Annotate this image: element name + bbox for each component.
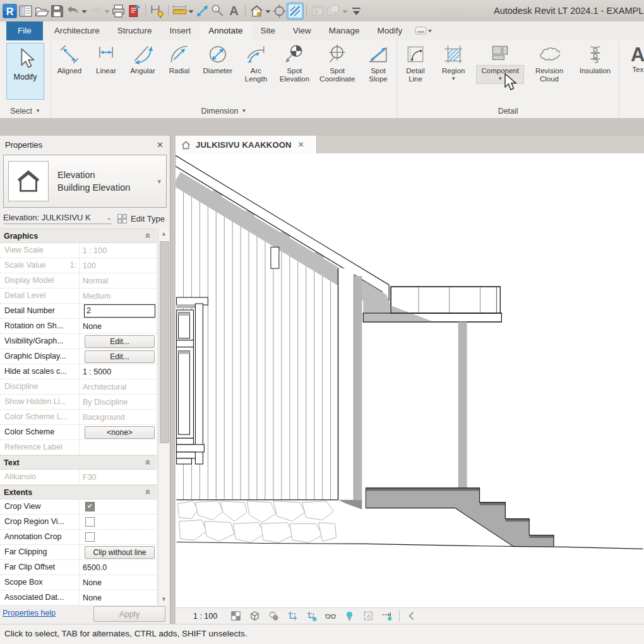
property-value[interactable]: 1 : 5000 bbox=[80, 364, 157, 379]
property-checkbox[interactable] bbox=[85, 517, 95, 527]
ribbon-button-insulation[interactable]: Insulation bbox=[572, 41, 618, 78]
property-value[interactable]: Edit... bbox=[80, 334, 157, 349]
home-icon[interactable] bbox=[249, 3, 265, 19]
ribbon-button-text[interactable]: ATex bbox=[620, 41, 644, 75]
measure-extents-icon[interactable] bbox=[379, 609, 395, 623]
select-panel-label[interactable]: Select▼ bbox=[0, 104, 51, 118]
property-checkbox[interactable]: ✔ bbox=[85, 502, 95, 511]
chevron-down-icon[interactable]: ▾ bbox=[157, 177, 161, 186]
measure-icon[interactable] bbox=[149, 3, 165, 19]
properties-help-link[interactable]: Properties help bbox=[3, 609, 56, 617]
porch-post[interactable] bbox=[458, 322, 467, 488]
property-value[interactable]: 1 : 100 bbox=[80, 243, 157, 258]
close-icon[interactable]: ✕ bbox=[157, 140, 164, 150]
visual-style-icon[interactable] bbox=[227, 609, 244, 623]
section-header-graphics[interactable]: Graphics bbox=[0, 229, 157, 243]
ribbon-button-linear[interactable]: Linear bbox=[88, 41, 124, 78]
tab-site[interactable]: Site bbox=[251, 21, 283, 40]
reveal-hidden-glasses-icon[interactable] bbox=[322, 609, 338, 623]
property-value[interactable]: 6500.0 bbox=[80, 560, 157, 575]
collapse-chevron-icon[interactable] bbox=[145, 458, 151, 467]
modify-button[interactable]: Modify bbox=[6, 43, 44, 100]
property-value[interactable] bbox=[80, 530, 157, 544]
dimension-panel-label[interactable]: Dimension▼ bbox=[51, 104, 397, 118]
property-value[interactable]: 100 bbox=[80, 258, 157, 273]
view-tab[interactable]: JULKISIVU KAAKKOON ✕ bbox=[176, 136, 317, 153]
window[interactable] bbox=[177, 297, 208, 464]
property-value[interactable]: Architectural bbox=[80, 379, 157, 394]
property-checkbox[interactable] bbox=[85, 532, 95, 542]
show-crop-region-icon[interactable] bbox=[303, 609, 319, 623]
close-view-icon[interactable]: ✕ bbox=[298, 140, 304, 149]
property-edit-button[interactable]: Edit... bbox=[85, 335, 155, 348]
collapse-left-icon[interactable] bbox=[403, 609, 420, 623]
elevation-drawing[interactable] bbox=[176, 153, 644, 607]
edit-type-button[interactable]: Edit Type bbox=[131, 214, 165, 224]
revit-logo[interactable]: R bbox=[2, 3, 18, 19]
dimension-dropdown-icon[interactable] bbox=[188, 3, 194, 19]
ribbon-button-spot-elevation[interactable]: Spot Elevation bbox=[275, 41, 314, 86]
property-value[interactable]: Edit... bbox=[80, 349, 157, 364]
roof-vent[interactable] bbox=[271, 247, 279, 268]
export-icon[interactable] bbox=[126, 3, 142, 19]
drawing-canvas[interactable] bbox=[176, 153, 644, 607]
chevron-down-icon[interactable]: ▼ bbox=[451, 76, 456, 81]
properties-scrollbar[interactable]: ▲ ▼ bbox=[158, 229, 169, 605]
property-value[interactable]: Medium bbox=[80, 289, 157, 303]
sun-shadows-icon[interactable] bbox=[265, 609, 282, 623]
temporary-view-properties-icon[interactable] bbox=[360, 609, 376, 623]
detail-panel-label[interactable]: Detail bbox=[397, 104, 619, 118]
property-value[interactable]: Clip without line bbox=[80, 545, 157, 559]
property-value[interactable]: None bbox=[80, 590, 157, 605]
print-icon[interactable] bbox=[110, 3, 126, 19]
type-combo[interactable]: Elevation: JULKISIVU K ⌄ bbox=[3, 213, 112, 224]
property-value[interactable]: 2 bbox=[80, 304, 157, 318]
property-edit-button[interactable]: <none> bbox=[85, 426, 155, 439]
undo-icon[interactable] bbox=[65, 3, 81, 19]
home-dropdown-icon[interactable] bbox=[265, 3, 271, 19]
thin-lines-icon[interactable] bbox=[287, 3, 303, 19]
ribbon-button-revision-cloud[interactable]: Revision Cloud bbox=[528, 41, 571, 86]
property-value[interactable]: None bbox=[80, 575, 157, 590]
section-header-text[interactable]: Text bbox=[0, 455, 157, 470]
scroll-down-icon[interactable]: ▼ bbox=[158, 594, 169, 604]
tag-icon[interactable]: 1 bbox=[210, 3, 226, 19]
wall-corner-board[interactable] bbox=[338, 268, 362, 509]
ribbon-button-spot-slope[interactable]: Spot Slope bbox=[361, 41, 396, 86]
view-scale-label[interactable]: 1 : 100 bbox=[193, 612, 226, 621]
property-value[interactable]: Normal bbox=[80, 273, 157, 288]
ribbon-button-detail-line[interactable]: Detail Line bbox=[398, 41, 433, 86]
properties-palette-icon[interactable] bbox=[18, 3, 33, 19]
section-header-extents[interactable]: Extents bbox=[0, 485, 157, 499]
property-value[interactable]: Background bbox=[80, 410, 157, 424]
align-dimension-icon[interactable] bbox=[194, 3, 210, 19]
stone-foundation[interactable] bbox=[177, 500, 338, 543]
property-value[interactable]: <none> bbox=[80, 425, 157, 439]
tab-annotate[interactable]: Annotate bbox=[200, 21, 251, 40]
tab-file[interactable]: File bbox=[6, 21, 43, 40]
property-value[interactable]: ✔ bbox=[80, 499, 157, 514]
ribbon-button-region[interactable]: Region▼ bbox=[434, 41, 472, 85]
detail-level-cube-icon[interactable] bbox=[246, 609, 263, 623]
open-file-icon[interactable] bbox=[33, 3, 49, 19]
tab-manage[interactable]: Manage bbox=[320, 21, 369, 40]
ribbon-button-component[interactable]: Component▼ bbox=[474, 41, 526, 85]
property-value[interactable] bbox=[80, 440, 157, 455]
property-value-input[interactable]: 2 bbox=[84, 304, 155, 318]
undo-dropdown-icon[interactable] bbox=[81, 3, 88, 19]
tab-insert[interactable]: Insert bbox=[161, 21, 200, 40]
tab-structure[interactable]: Structure bbox=[109, 21, 161, 40]
scroll-up-icon[interactable]: ▲ bbox=[158, 229, 169, 239]
ribbon-button-diameter[interactable]: Diameter bbox=[198, 41, 237, 78]
apply-button[interactable]: Apply bbox=[93, 606, 165, 622]
temporary-hide-lightbulb-icon[interactable] bbox=[341, 609, 357, 623]
text-a-icon[interactable]: A bbox=[226, 3, 242, 19]
dimension-icon[interactable] bbox=[172, 3, 188, 19]
property-value[interactable]: F30 bbox=[80, 470, 157, 484]
tab-modify[interactable]: Modify bbox=[368, 21, 411, 40]
ribbon-button-spot-coordinate[interactable]: Spot Coordinate bbox=[315, 41, 359, 86]
collapse-chevron-icon[interactable] bbox=[145, 232, 151, 241]
scrollbar-thumb[interactable] bbox=[160, 241, 169, 443]
save-icon[interactable] bbox=[49, 3, 65, 19]
ribbon-button-aligned[interactable]: Aligned bbox=[52, 41, 87, 78]
